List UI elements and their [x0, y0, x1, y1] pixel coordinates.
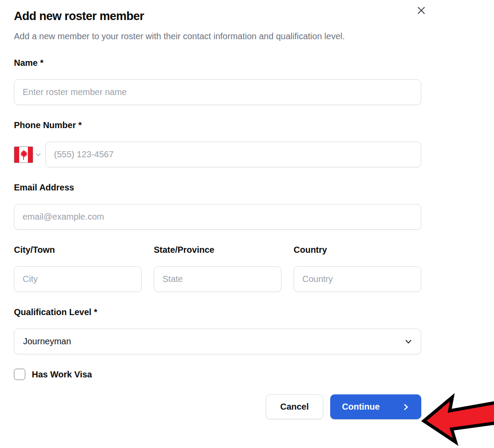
modal-footer: Cancel Continue — [14, 394, 421, 419]
country-field: Country — [294, 244, 421, 292]
qualification-field-label: Qualification Level * — [14, 306, 421, 318]
phone-input[interactable] — [45, 142, 421, 167]
location-fields-row: City/Town State/Province Country — [14, 244, 421, 292]
work-visa-label: Has Work Visa — [32, 370, 92, 380]
work-visa-checkbox[interactable] — [14, 369, 25, 380]
canada-flag-icon — [14, 146, 33, 163]
cancel-button[interactable]: Cancel — [266, 394, 323, 419]
close-button[interactable] — [415, 4, 427, 17]
chevron-down-icon — [35, 152, 41, 158]
name-field-label: Name * — [14, 57, 421, 68]
phone-field: Phone Number * — [14, 119, 421, 167]
qualification-field: Qualification Level * Journeyman — [14, 306, 421, 354]
country-code-selector[interactable] — [14, 146, 41, 163]
city-field: City/Town — [14, 244, 142, 292]
email-field-label: Email Address — [14, 182, 421, 193]
continue-button-label: Continue — [342, 402, 380, 412]
email-field: Email Address — [14, 182, 421, 230]
city-field-label: City/Town — [14, 244, 142, 255]
email-input[interactable] — [14, 204, 421, 230]
qualification-select[interactable]: Journeyman — [14, 329, 421, 354]
state-field-label: State/Province — [154, 244, 281, 255]
continue-button[interactable]: Continue — [330, 394, 421, 419]
chevron-right-icon — [403, 404, 409, 411]
name-input[interactable] — [14, 79, 421, 105]
state-input[interactable] — [154, 266, 281, 292]
modal-title: Add new roster member — [14, 9, 421, 24]
phone-field-label: Phone Number * — [14, 119, 421, 131]
country-field-label: Country — [294, 244, 421, 255]
name-field: Name * — [14, 57, 421, 105]
country-input[interactable] — [294, 266, 421, 292]
state-field: State/Province — [154, 244, 281, 292]
x-icon — [416, 6, 426, 15]
work-visa-row: Has Work Visa — [14, 369, 421, 380]
modal-description: Add a new member to your roster with the… — [14, 29, 415, 44]
city-input[interactable] — [14, 266, 142, 292]
qualification-selected-value: Journeyman — [23, 336, 71, 346]
add-roster-member-modal: Add new roster member Add a new member t… — [0, 0, 494, 419]
